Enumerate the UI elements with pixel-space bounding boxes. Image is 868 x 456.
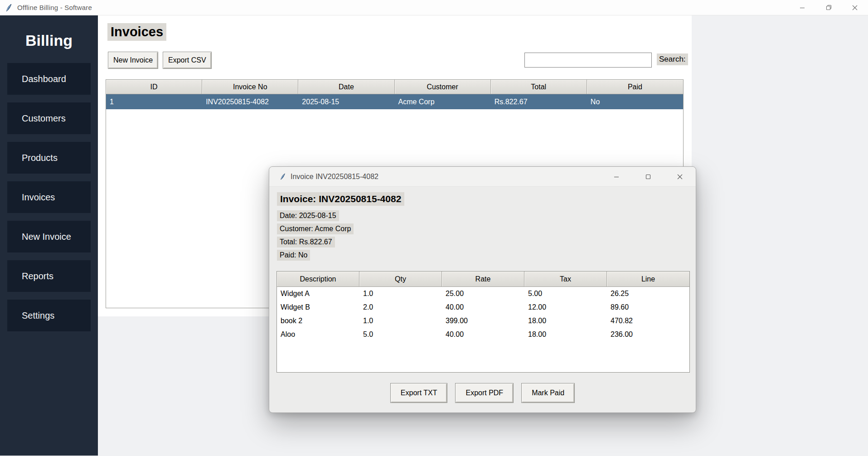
window-titlebar: Offline Billing - Software [0, 0, 868, 15]
item-column-header-tax[interactable]: Tax [524, 272, 607, 287]
page-title: Invoices [107, 23, 166, 41]
sidebar-item-dashboard[interactable]: Dashboard [7, 63, 91, 95]
sidebar-menu: Dashboard Customers Products Invoices Ne… [0, 63, 98, 331]
invoice-heading: Invoice: INV20250815-4082 [277, 192, 404, 206]
invoices-table-body: 1 INV20250815-4082 2025-08-15 Acme Corp … [106, 94, 683, 109]
line-item-row-aloo[interactable]: Aloo 5.0 40.00 18.00 236.00 [277, 328, 689, 341]
minimize-button[interactable] [789, 0, 815, 15]
line-items-body: Widget A 1.0 25.00 5.00 26.25 Widget B 2… [277, 287, 689, 341]
dialog-titlebar: Invoice INV20250815-4082 [269, 167, 696, 187]
invoices-table-header: ID Invoice No Date Customer Total Paid [106, 80, 683, 94]
sidebar-item-customers[interactable]: Customers [7, 102, 91, 134]
dialog-maximize-button[interactable] [632, 167, 664, 186]
close-button[interactable] [842, 0, 868, 15]
item-column-header-description[interactable]: Description [277, 272, 359, 287]
app-window: Billing Dashboard Customers Products Inv… [0, 15, 868, 456]
window-title: Offline Billing - Software [17, 4, 92, 11]
column-header-invoice-no[interactable]: Invoice No [202, 80, 298, 94]
column-header-date[interactable]: Date [298, 80, 394, 94]
export-pdf-button[interactable]: Export PDF [455, 383, 514, 403]
invoice-row-1[interactable]: 1 INV20250815-4082 2025-08-15 Acme Corp … [106, 94, 683, 109]
invoice-info-customer-acme-corp: Customer: Acme Corp [277, 223, 354, 234]
line-item-row-book-2[interactable]: book 2 1.0 399.00 18.00 470.82 [277, 314, 689, 328]
line-item-row-widget-b[interactable]: Widget B 2.0 40.00 12.00 89.60 [277, 301, 689, 314]
feather-icon [5, 4, 13, 12]
search-input[interactable] [524, 53, 652, 68]
sidebar: Billing Dashboard Customers Products Inv… [0, 15, 98, 456]
item-column-header-qty[interactable]: Qty [359, 272, 442, 287]
sidebar-item-invoices[interactable]: Invoices [7, 181, 91, 213]
restore-button[interactable] [815, 0, 842, 15]
dialog-controls [601, 167, 696, 186]
dialog-title: Invoice INV20250815-4082 [291, 173, 378, 181]
main-area: Invoices New Invoice Export CSV Search: … [98, 15, 868, 456]
window-controls [789, 0, 868, 15]
sidebar-item-settings[interactable]: Settings [7, 300, 91, 331]
export-csv-button[interactable]: Export CSV [163, 52, 212, 69]
brand-title: Billing [0, 32, 98, 49]
mark-paid-button[interactable]: Mark Paid [521, 383, 575, 403]
sidebar-item-new-invoice[interactable]: New Invoice [7, 221, 91, 252]
line-items-table: Description Qty Rate Tax Line Widget A [276, 271, 690, 373]
new-invoice-button[interactable]: New Invoice [108, 52, 158, 69]
export-txt-button[interactable]: Export TXT [390, 383, 448, 403]
invoice-info-total-rs-822-67: Total: Rs.822.67 [277, 237, 335, 247]
sidebar-item-products[interactable]: Products [7, 142, 91, 174]
search-label: Search: [657, 53, 688, 65]
invoice-dialog: Invoice INV20250815-4082 Invoice: I [269, 166, 696, 413]
column-header-customer[interactable]: Customer [395, 80, 491, 94]
column-header-total[interactable]: Total [491, 80, 587, 94]
column-header-paid[interactable]: Paid [587, 80, 683, 94]
sidebar-item-reports[interactable]: Reports [7, 260, 91, 292]
invoice-info-block: Date: 2025-08-15 Customer: Acme Corp Tot… [277, 210, 354, 263]
feather-icon [279, 173, 286, 180]
item-column-header-line[interactable]: Line [607, 272, 689, 287]
item-column-header-rate[interactable]: Rate [442, 272, 524, 287]
invoice-info-paid-no: Paid: No [277, 250, 310, 261]
line-items-header: Description Qty Rate Tax Line [277, 272, 689, 287]
dialog-actions: Export TXT Export PDF Mark Paid [269, 383, 696, 403]
column-header-id[interactable]: ID [106, 80, 202, 94]
line-item-row-widget-a[interactable]: Widget A 1.0 25.00 5.00 26.25 [277, 287, 689, 301]
dialog-minimize-button[interactable] [601, 167, 632, 186]
invoice-info-date-2025-08-15: Date: 2025-08-15 [277, 210, 339, 221]
dialog-close-button[interactable] [664, 167, 696, 186]
